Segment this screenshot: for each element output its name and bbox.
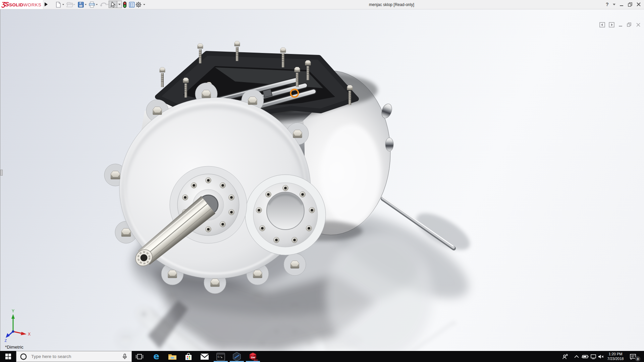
svg-text:e: e	[153, 352, 159, 361]
edge-icon: e	[152, 352, 161, 361]
solidworks-mark-icon: ƷS	[2, 1, 8, 8]
view-stoplight-icon[interactable]	[121, 1, 128, 8]
search-input[interactable]	[31, 354, 116, 359]
close-icon[interactable]	[636, 1, 641, 7]
people-button[interactable]	[561, 351, 570, 362]
command-prompt-icon: C:\	[216, 353, 225, 361]
help-icon[interactable]: ?	[606, 2, 609, 7]
triad-z-label: Z	[5, 339, 7, 343]
triad-x-label: X	[28, 332, 31, 337]
taskbar-edge[interactable]: e	[148, 351, 164, 362]
gearbox-3d-model[interactable]: Y X Z	[0, 9, 644, 351]
window-title: menjac sklop [Read-only]	[369, 2, 414, 7]
task-view-icon	[136, 353, 144, 360]
volume-muted-icon	[598, 354, 604, 359]
undo-icon	[99, 1, 109, 8]
minimize-icon[interactable]	[619, 1, 624, 7]
taskbar-store[interactable]	[180, 351, 197, 362]
file-explorer-icon	[168, 353, 177, 360]
graphics-viewport[interactable]: Y X Z *Dimetric	[0, 9, 644, 351]
properties-list-icon[interactable]	[128, 1, 136, 8]
hexagon-app-icon	[232, 352, 241, 361]
mail-icon	[200, 353, 209, 360]
battery-button[interactable]	[581, 351, 589, 362]
orientation-triad: Y X Z	[5, 309, 31, 343]
tray-clock[interactable]: 1:20 PM 7/23/2018	[604, 352, 627, 361]
people-icon	[562, 353, 569, 360]
brand-solid: SOLID	[9, 2, 23, 7]
view-orientation-label: *Dimetric	[5, 345, 23, 350]
restore-icon[interactable]	[628, 1, 633, 7]
task-view-button[interactable]	[131, 351, 148, 362]
cortana-icon[interactable]	[20, 353, 27, 360]
solidworks-window: ƷSSOLIDWORKS	[0, 0, 644, 362]
solidworks-2017-icon: SW 2017	[248, 352, 258, 362]
menu-flyout-icon[interactable]	[44, 2, 48, 7]
svg-text:C:\: C:\	[218, 356, 222, 358]
store-icon	[184, 353, 193, 361]
tray-overflow-button[interactable]	[572, 351, 581, 362]
help-dropdown-icon[interactable]	[612, 3, 616, 6]
new-document-icon[interactable]	[54, 1, 64, 8]
solidworks-logo: ƷSSOLIDWORKS	[0, 0, 43, 9]
windows-taskbar: e	[0, 351, 644, 362]
taskbar-search[interactable]	[16, 351, 132, 362]
open-icon	[65, 1, 75, 8]
notification-count-badge[interactable]: 3	[635, 356, 641, 362]
save-icon[interactable]	[77, 1, 87, 8]
print-icon[interactable]	[88, 1, 98, 8]
taskbar-command-prompt[interactable]: C:\	[213, 351, 229, 362]
start-button[interactable]	[0, 351, 16, 362]
battery-icon	[581, 354, 589, 359]
brand-works: WORKS	[23, 2, 41, 7]
taskbar-solidworks[interactable]: SW 2017	[245, 351, 261, 362]
taskbar-mail[interactable]	[197, 351, 213, 362]
tray-time: 1:20 PM	[604, 352, 627, 357]
select-cursor-icon[interactable]	[108, 1, 123, 8]
tray-date: 7/23/2018	[604, 357, 627, 361]
chevron-up-icon	[574, 355, 579, 358]
taskbar-hexagon-app[interactable]	[229, 351, 245, 362]
microphone-icon[interactable]	[122, 353, 127, 360]
options-gear-icon[interactable]	[135, 1, 146, 8]
taskbar-file-explorer[interactable]	[164, 351, 180, 362]
triad-y-label: Y	[12, 309, 14, 313]
windows-logo-icon	[5, 354, 11, 359]
svg-text:SW: SW	[251, 356, 255, 359]
network-icon	[590, 354, 596, 359]
title-bar: ƷSSOLIDWORKS	[0, 0, 644, 9]
